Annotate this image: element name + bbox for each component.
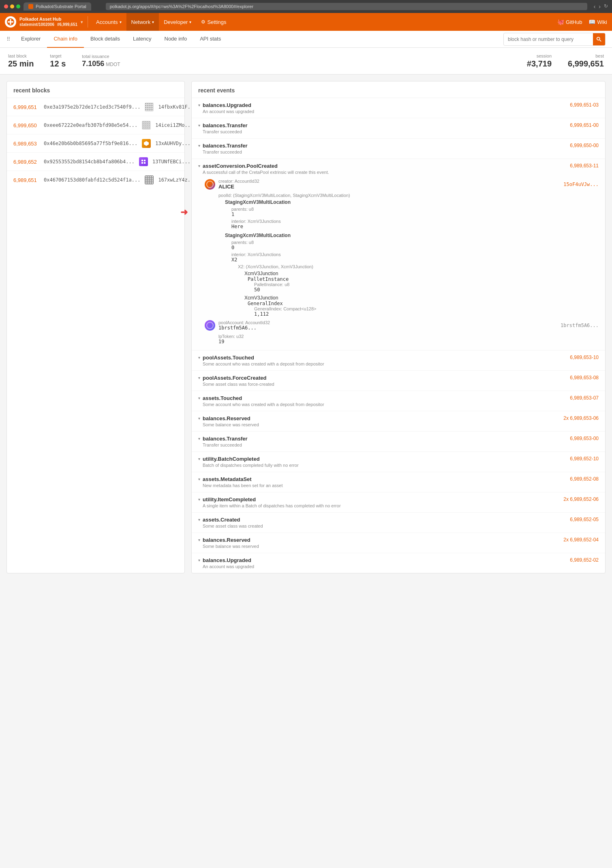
block-hash: 0x467067153d80fabfd12c5d524f1a... xyxy=(44,177,140,183)
nav-network[interactable]: Network ▾ xyxy=(126,13,159,31)
main-content: recent blocks 6,999,651 0xe3a1975e2b72de… xyxy=(0,75,612,580)
event-block-link[interactable]: 6,989,653-00 xyxy=(570,436,599,441)
close-dot[interactable] xyxy=(4,4,8,9)
event-block-link[interactable]: 6,989,653-11 xyxy=(570,163,599,169)
block-author[interactable]: 14icei1ZMo... xyxy=(155,122,193,128)
event-toggle[interactable] xyxy=(198,436,200,441)
pool-account-addr[interactable]: 1brstfm5A6... xyxy=(561,323,599,328)
nav-refresh[interactable]: ↻ xyxy=(604,3,608,10)
event-block-link[interactable]: 6,989,653-08 xyxy=(570,375,599,381)
event-block-link[interactable]: 6,989,653-10 xyxy=(570,355,599,360)
nav-back[interactable]: ‹ xyxy=(594,3,596,10)
maximize-dot[interactable] xyxy=(16,4,20,9)
event-toggle[interactable] xyxy=(198,355,200,360)
tab-block-details[interactable]: Block details xyxy=(84,31,126,48)
event-toggle[interactable] xyxy=(198,143,200,148)
event-block-link[interactable]: 6,999,651-03 xyxy=(570,102,599,108)
block-icon xyxy=(144,175,154,185)
tab-chain-info[interactable]: Chain info xyxy=(47,31,84,48)
block-number[interactable]: 6,989,652 xyxy=(13,159,40,165)
event-info: poolAssets.ForceCreated Some asset class… xyxy=(203,375,567,387)
event-toggle[interactable] xyxy=(198,497,200,502)
github-link[interactable]: 🐙 GitHub xyxy=(557,19,582,25)
event-toggle[interactable] xyxy=(198,416,200,421)
block-hash: 0xeee67222e0eafb307bfd98e5e54... xyxy=(44,122,137,128)
event-info: utility.ItemCompleted A single item with… xyxy=(203,496,561,508)
staging-location-2: StagingXcmV3MultiLocation parents: u8 0 … xyxy=(225,233,599,317)
event-toggle[interactable] xyxy=(198,123,200,128)
event-row-expanded: assetConversion.PoolCreated A successful… xyxy=(192,159,605,351)
tab-explorer[interactable]: Explorer xyxy=(15,31,47,48)
block-author[interactable]: 13xAUHVDy... xyxy=(155,141,190,146)
event-info: assetConversion.PoolCreated A successful… xyxy=(203,163,567,175)
event-toggle[interactable] xyxy=(198,164,200,168)
event-block-link[interactable]: 6,999,650-00 xyxy=(570,143,599,148)
url-bar[interactable]: polkadot.js.org/apps/#/rpc=ws%3A%2F%2Flo… xyxy=(106,3,587,10)
event-row: balances.Transfer Transfer succeeded 6,9… xyxy=(192,432,605,452)
block-author[interactable]: 14fbxKv81F... xyxy=(158,104,196,110)
event-row: poolAssets.Touched Some account who was … xyxy=(192,351,605,371)
minimize-dot[interactable] xyxy=(10,4,14,9)
event-row: balances.Upgraded An account was upgrade… xyxy=(192,553,605,573)
block-icon xyxy=(141,139,151,148)
search-input[interactable] xyxy=(504,34,593,44)
block-author[interactable]: 13TUNfEBCi... xyxy=(152,159,190,165)
event-info: balances.Reserved Some balance was reser… xyxy=(203,537,561,549)
event-block-link[interactable]: 2x 6,989,652-04 xyxy=(563,537,599,543)
event-block-link[interactable]: 6,989,652-10 xyxy=(570,456,599,462)
creator-name: ALICE xyxy=(218,184,259,190)
event-toggle[interactable] xyxy=(198,103,200,107)
block-author[interactable]: 167xwLzY4z... xyxy=(158,177,196,183)
block-number[interactable]: 6,989,653 xyxy=(13,141,40,147)
tab-favicon xyxy=(28,4,33,9)
settings-icon: ⚙ xyxy=(201,19,205,25)
event-toggle[interactable] xyxy=(198,558,200,562)
svg-point-5 xyxy=(9,21,12,23)
event-block-link[interactable]: 6,999,651-00 xyxy=(570,122,599,128)
browser-tab[interactable]: Polkadot/Substrate Portal xyxy=(24,2,91,11)
brand[interactable]: Polkadot Asset Hub statemint/1002006 #6,… xyxy=(5,16,88,28)
event-toggle[interactable] xyxy=(198,538,200,542)
nav-settings[interactable]: ⚙ Settings xyxy=(196,13,231,31)
event-details: creator: AccountId32 ALICE 15oF4uVJw... … xyxy=(205,179,599,344)
event-block-link[interactable]: 6,989,652-02 xyxy=(570,557,599,563)
event-toggle[interactable] xyxy=(198,517,200,522)
event-block-link[interactable]: 6,989,652-05 xyxy=(570,517,599,522)
block-number[interactable]: 6,999,650 xyxy=(13,122,40,128)
svg-point-2 xyxy=(10,23,11,25)
svg-line-7 xyxy=(599,40,601,41)
event-toggle[interactable] xyxy=(198,457,200,461)
tab-latency[interactable]: Latency xyxy=(126,31,158,48)
event-row: balances.Upgraded An account was upgrade… xyxy=(192,98,605,118)
brand-chevron: ▾ xyxy=(81,20,83,24)
stats-bar: last block 25 min target 12 s total issu… xyxy=(0,48,612,75)
event-info: balances.Upgraded An account was upgrade… xyxy=(203,557,567,569)
event-toggle[interactable] xyxy=(198,376,200,380)
nav-developer[interactable]: Developer ▾ xyxy=(159,13,196,31)
event-toggle[interactable] xyxy=(198,477,200,481)
event-toggle[interactable] xyxy=(198,396,200,400)
event-block-link[interactable]: 6,989,653-07 xyxy=(570,395,599,401)
pool-account-icon xyxy=(205,320,215,331)
table-row: 6,989,653 0x46e20b6b0b85695a77f5bf9e816.… xyxy=(7,135,184,153)
creator-addr[interactable]: 15oF4uVJw... xyxy=(563,182,599,187)
accounts-chevron: ▾ xyxy=(120,20,122,24)
block-icon xyxy=(139,157,148,167)
wiki-link[interactable]: 📖 Wiki xyxy=(588,19,607,25)
block-number[interactable]: 6,989,651 xyxy=(13,177,40,183)
nav-accounts[interactable]: Accounts ▾ xyxy=(91,13,126,31)
grid-icon[interactable]: ⠿ xyxy=(6,36,11,42)
tab-api-stats[interactable]: API stats xyxy=(193,31,227,48)
event-info: assets.Created Some asset class was crea… xyxy=(203,517,567,528)
search-button[interactable] xyxy=(593,33,605,45)
event-block-link[interactable]: 6,989,652-08 xyxy=(570,476,599,482)
event-block-link[interactable]: 2x 6,989,652-06 xyxy=(563,496,599,502)
tab-node-info[interactable]: Node info xyxy=(158,31,194,48)
stat-last-block: last block 25 min xyxy=(8,53,34,68)
block-number[interactable]: 6,999,651 xyxy=(13,104,40,110)
event-info: balances.Transfer Transfer succeeded xyxy=(203,143,567,154)
creator-icon xyxy=(205,179,215,190)
pool-account-value: 1brstfm5A6... xyxy=(218,325,270,331)
nav-forward[interactable]: › xyxy=(599,3,601,10)
event-block-link[interactable]: 2x 6,989,653-06 xyxy=(563,415,599,421)
